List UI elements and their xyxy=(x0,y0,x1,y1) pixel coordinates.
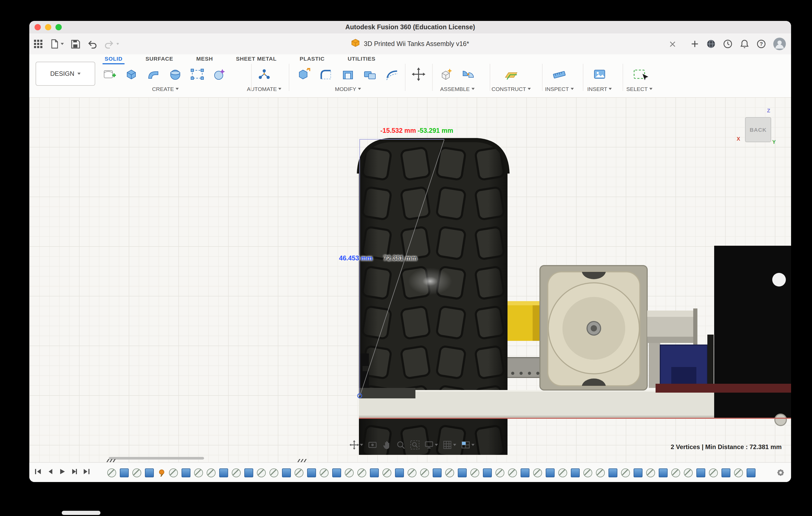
timeline-feature-sketch[interactable] xyxy=(709,468,718,477)
timeline-feature-joint[interactable] xyxy=(747,468,755,477)
timeline-feature-sketch[interactable] xyxy=(583,468,592,477)
revolve-icon[interactable] xyxy=(166,65,184,83)
notifications-bell-icon[interactable] xyxy=(740,39,749,49)
timeline-scrollbar[interactable] xyxy=(109,457,204,459)
timeline-feature-joint[interactable] xyxy=(608,468,617,477)
pattern-icon[interactable] xyxy=(188,65,206,83)
dock-indicator[interactable] xyxy=(62,511,100,515)
add-tab-icon[interactable] xyxy=(691,40,699,48)
model-rod[interactable] xyxy=(707,335,714,388)
timeline-feature-joint[interactable] xyxy=(571,468,580,477)
timeline-feature-joint[interactable] xyxy=(659,468,668,477)
combine-icon[interactable] xyxy=(361,65,379,83)
timeline-feature-joint[interactable] xyxy=(370,468,379,477)
sketch-line-red[interactable] xyxy=(359,418,791,419)
skip-to-start-icon[interactable] xyxy=(34,468,42,477)
automate-group-dropdown[interactable]: AUTOMATE xyxy=(247,86,282,92)
app-grid-icon[interactable] xyxy=(33,39,43,49)
save-button[interactable] xyxy=(70,39,80,49)
timeline-feature-sketch[interactable] xyxy=(295,468,303,477)
model-motor-mount[interactable] xyxy=(540,263,647,395)
step-back-icon[interactable] xyxy=(47,468,54,477)
timeline-feature-sketch[interactable] xyxy=(508,468,517,477)
close-tab-icon[interactable] xyxy=(667,39,677,49)
timeline-feature-sketch[interactable] xyxy=(194,468,203,477)
timeline-feature-sketch[interactable] xyxy=(470,468,479,477)
timeline-feature-sketch[interactable] xyxy=(207,468,215,477)
insert-canvas-icon[interactable] xyxy=(591,65,608,83)
look-at-icon[interactable] xyxy=(368,440,377,450)
timeline-settings-gear-icon[interactable] xyxy=(776,463,785,482)
timeline-feature-sketch[interactable] xyxy=(558,468,567,477)
timeline-feature-joint[interactable] xyxy=(395,468,404,477)
create-group-dropdown[interactable]: CREATE xyxy=(152,86,179,92)
viewport-canvas[interactable]: BACK Z X Y -15.532 mm -53.291 mm 46.453 … xyxy=(29,97,791,462)
construct-group-dropdown[interactable]: CONSTRUCT xyxy=(492,86,531,92)
timeline-feature-sketch[interactable] xyxy=(107,468,116,477)
timeline-feature-sketch[interactable] xyxy=(269,468,278,477)
help-icon[interactable]: ? xyxy=(757,39,766,49)
timeline-feature-sketch[interactable] xyxy=(357,468,366,477)
timeline-feature-joint[interactable] xyxy=(521,468,529,477)
model-servo-block[interactable] xyxy=(660,345,707,389)
timeline-feature-joint[interactable] xyxy=(244,468,253,477)
timeline-feature-joint[interactable] xyxy=(307,468,316,477)
close-window-button[interactable] xyxy=(34,24,41,30)
ribbon-tab-solid[interactable]: SOLID xyxy=(103,55,124,64)
timeline-feature-pin[interactable] xyxy=(157,469,165,477)
ribbon-tab-surface[interactable]: SURFACE xyxy=(143,55,175,64)
ribbon-tab-sheet-metal[interactable]: SHEET METAL xyxy=(234,55,279,64)
timeline-feature-sketch[interactable] xyxy=(671,468,680,477)
pan-hand-icon[interactable] xyxy=(382,440,392,450)
shell-icon[interactable] xyxy=(339,65,357,83)
user-avatar[interactable] xyxy=(773,38,786,50)
create-form-icon[interactable] xyxy=(210,65,228,83)
timeline-feature-sketch[interactable] xyxy=(169,468,178,477)
skip-to-end-icon[interactable] xyxy=(83,468,90,477)
press-pull-icon[interactable] xyxy=(295,65,313,83)
ribbon-tab-utilities[interactable]: UTILITIES xyxy=(346,55,377,64)
timeline-feature-joint[interactable] xyxy=(332,468,341,477)
timeline-feature-sketch[interactable] xyxy=(420,468,429,477)
model-bracket[interactable] xyxy=(649,343,660,388)
new-component-icon[interactable] xyxy=(437,65,455,83)
model-rail[interactable] xyxy=(656,384,791,393)
orbit-icon[interactable] xyxy=(349,440,363,450)
model-track-segment[interactable] xyxy=(359,388,415,398)
timeline-feature-joint[interactable] xyxy=(181,468,191,477)
history-clock-icon[interactable] xyxy=(723,39,732,49)
modify-group-dropdown[interactable]: MODIFY xyxy=(335,86,361,92)
model-scene[interactable] xyxy=(29,97,791,462)
model-output-shaft[interactable] xyxy=(647,308,697,345)
timeline-feature-joint[interactable] xyxy=(546,468,555,477)
timeline-feature-joint[interactable] xyxy=(120,468,129,477)
joint-icon[interactable] xyxy=(459,65,477,83)
create-sketch-icon[interactable] xyxy=(100,65,118,83)
zoom-icon[interactable] xyxy=(396,440,405,450)
timeline-feature-sketch[interactable] xyxy=(408,468,416,477)
timeline-feature-joint[interactable] xyxy=(722,468,730,477)
timeline-feature-sketch[interactable] xyxy=(445,468,454,477)
timeline-feature-sketch[interactable] xyxy=(533,468,542,477)
assemble-group-dropdown[interactable]: ASSEMBLE xyxy=(440,86,474,92)
fit-window-icon[interactable] xyxy=(410,440,419,450)
timeline-feature-joint[interactable] xyxy=(219,468,228,477)
viewports-icon[interactable] xyxy=(461,440,474,450)
move-copy-icon[interactable] xyxy=(410,65,428,83)
timeline-feature-sketch[interactable] xyxy=(257,468,266,477)
timeline-feature-sketch[interactable] xyxy=(232,468,241,477)
inspect-group-dropdown[interactable]: INSPECT xyxy=(545,86,573,92)
new-file-button[interactable] xyxy=(50,39,64,49)
fillet-icon[interactable] xyxy=(317,65,335,83)
timeline-feature-sketch[interactable] xyxy=(621,468,630,477)
play-icon[interactable] xyxy=(59,468,66,477)
timeline-feature-sketch[interactable] xyxy=(646,468,655,477)
select-group-dropdown[interactable]: SELECT xyxy=(626,86,652,92)
extrude-icon[interactable] xyxy=(122,65,140,83)
sweep-icon[interactable] xyxy=(144,65,162,83)
automate-icon[interactable] xyxy=(255,65,273,83)
timeline-feature-sketch[interactable] xyxy=(596,468,605,477)
model-shaft-coupler-yellow[interactable] xyxy=(504,301,541,341)
construct-plane-icon[interactable] xyxy=(502,65,520,83)
viewcube[interactable]: BACK xyxy=(745,117,771,142)
